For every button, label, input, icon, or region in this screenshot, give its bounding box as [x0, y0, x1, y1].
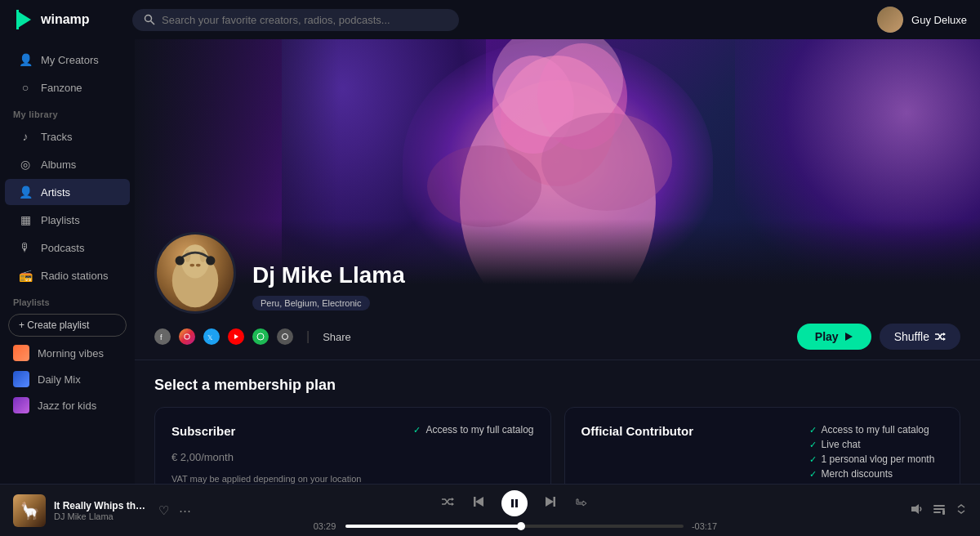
artist-avatar-svg [157, 232, 234, 314]
subscriber-period: /month [201, 451, 234, 463]
svg-point-10 [427, 145, 541, 227]
like-button[interactable]: ♡ [157, 502, 171, 520]
contributor-feature-2: ✓ 1 personal vlog per month [809, 453, 943, 465]
now-playing-thumbnail: 🦙 [13, 494, 46, 527]
sidebar-item-fanzone[interactable]: ○ Fanzone [5, 74, 130, 100]
svg-marker-36 [911, 504, 919, 514]
svg-marker-26 [943, 333, 946, 336]
next-button[interactable] [542, 494, 559, 513]
sidebar-item-tracks[interactable]: ♪ Tracks [5, 123, 130, 150]
player-controls: 03:29 -03:17 [203, 490, 826, 531]
pause-icon [510, 498, 519, 508]
spotify-icon[interactable] [252, 328, 269, 345]
sidebar: 👤 My Creators ○ Fanzone My library ♪ Tra… [0, 39, 135, 484]
expand-button[interactable] [956, 503, 967, 517]
app-name: winamp [41, 12, 90, 27]
sidebar-item-podcasts[interactable]: 🎙 Podcasts [5, 234, 130, 261]
playlist-daily-mix[interactable]: Daily Mix [0, 366, 135, 392]
playlist-dot-morning [13, 345, 29, 361]
subscriber-vat: VAT may be applied depending on your loc… [172, 473, 534, 484]
progress-track[interactable] [345, 525, 684, 528]
playlist-morning-vibes[interactable]: Morning vibes [0, 340, 135, 366]
svg-marker-27 [943, 337, 946, 341]
artist-details: Dj Mike Llama Peru, Belgium, Electronic [252, 263, 405, 314]
share-button[interactable]: Share [323, 331, 351, 343]
facebook-icon[interactable]: f [154, 328, 171, 345]
play-label: Play [815, 330, 839, 343]
search-icon [144, 14, 155, 25]
sidebar-label-podcasts: Podcasts [41, 242, 84, 254]
previous-button[interactable] [470, 494, 487, 513]
svg-rect-37 [933, 505, 945, 507]
app-logo: winamp [13, 8, 119, 31]
play-pause-button[interactable] [501, 490, 528, 516]
membership-title: Select a membership plan [154, 377, 960, 394]
repeat-button[interactable] [573, 494, 590, 513]
subscriber-features: ✓ Access to my full catalog [413, 424, 533, 436]
shuffle-label: Shuffle [894, 330, 929, 343]
svg-rect-38 [933, 508, 945, 510]
avatar [877, 7, 903, 33]
svg-marker-22 [234, 334, 238, 339]
shuffle-control-button[interactable] [439, 494, 456, 513]
playlist-jazz-for-kids[interactable]: Jazz for kids [0, 392, 135, 418]
next-icon [544, 495, 557, 508]
sidebar-label-albums: Albums [41, 159, 76, 171]
sidebar-item-albums[interactable]: ◎ Albums [5, 151, 130, 177]
queue-icon [933, 502, 946, 516]
svg-point-9 [541, 113, 672, 211]
svg-rect-31 [474, 497, 476, 507]
playlist-dot-jazz [13, 397, 29, 413]
queue-button[interactable] [933, 502, 946, 519]
play-button[interactable]: Play [797, 324, 871, 350]
svg-text:f: f [160, 333, 163, 341]
youtube-icon[interactable] [228, 328, 244, 345]
artist-avatar [154, 232, 236, 314]
check-icon-c2: ✓ [809, 454, 817, 465]
create-playlist-button[interactable]: + Create playlist [8, 314, 127, 337]
svg-point-12 [181, 244, 209, 278]
search-input[interactable] [162, 14, 448, 26]
web-icon[interactable] [277, 328, 293, 345]
svg-marker-30 [475, 497, 483, 507]
membership-cards: Subscriber ✓ Access to my full catalog €… [154, 407, 960, 484]
svg-rect-40 [942, 510, 945, 515]
search-bar[interactable] [132, 9, 459, 31]
volume-icon [910, 502, 923, 516]
social-icons: f 𝕏 [154, 328, 293, 345]
fanzone-icon: ○ [18, 81, 33, 94]
radio-icon: 📻 [18, 269, 33, 282]
subscriber-feature-0: ✓ Access to my full catalog [413, 424, 533, 436]
svg-marker-0 [18, 11, 31, 28]
subscriber-price: € 2,00/month [172, 446, 534, 465]
sidebar-label-fanzone: Fanzone [41, 82, 82, 94]
sidebar-item-artists[interactable]: 👤 Artists [5, 179, 130, 205]
progress-bar: 03:29 -03:17 [310, 521, 719, 531]
svg-rect-39 [933, 511, 941, 513]
svg-rect-20 [185, 334, 189, 339]
artist-tags: Peru, Belgium, Electronic [252, 296, 370, 310]
playlist-label-morning: Morning vibes [38, 347, 104, 360]
svg-point-23 [257, 333, 264, 340]
twitter-icon[interactable]: 𝕏 [203, 328, 220, 345]
sidebar-item-radio-stations[interactable]: 📻 Radio stations [5, 262, 130, 288]
svg-marker-34 [546, 497, 554, 507]
podcasts-icon: 🎙 [18, 241, 33, 254]
repeat-icon [575, 495, 588, 508]
contributor-feature-3: ✓ Merch discounts [809, 468, 943, 480]
main-layout: 👤 My Creators ○ Fanzone My library ♪ Tra… [0, 39, 980, 484]
now-playing-actions: ♡ ⋯ [157, 502, 193, 520]
instagram-icon[interactable] [179, 328, 195, 345]
contributor-card-header: Official Contributor ✓ Access to my full… [581, 424, 944, 484]
playlist-label-daily: Daily Mix [38, 373, 81, 386]
playlists-icon: ▦ [18, 213, 33, 226]
shuffle-button[interactable]: Shuffle [880, 324, 960, 350]
volume-button[interactable] [910, 502, 923, 519]
sidebar-item-my-creators[interactable]: 👤 My Creators [5, 47, 130, 73]
shuffle-ctrl-icon [441, 495, 454, 508]
more-options-button[interactable]: ⋯ [177, 502, 193, 520]
svg-rect-33 [515, 499, 518, 507]
time-elapsed: 03:29 [310, 521, 339, 531]
play-icon [844, 332, 853, 342]
sidebar-item-playlists[interactable]: ▦ Playlists [5, 207, 130, 233]
